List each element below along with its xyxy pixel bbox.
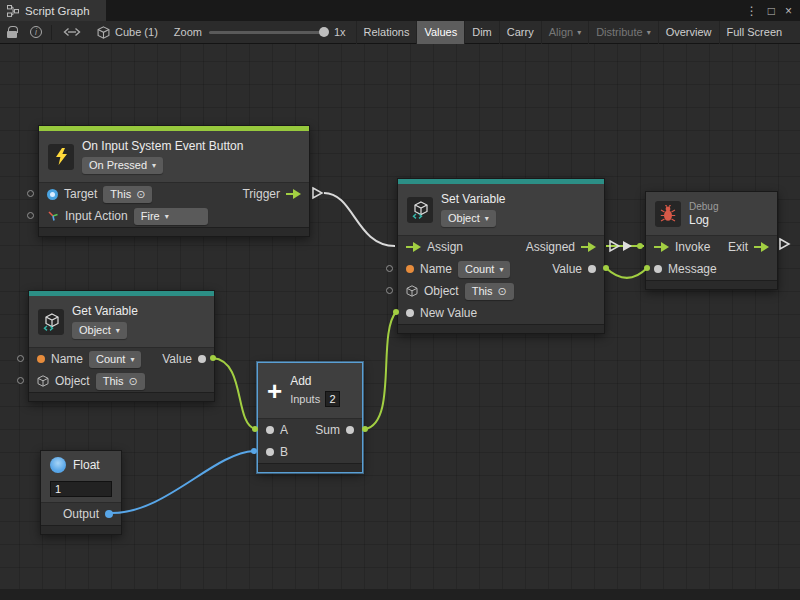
float-node-header[interactable]: Float xyxy=(41,451,121,479)
object-picker[interactable]: This xyxy=(465,283,514,300)
object-picker[interactable]: This xyxy=(96,373,145,390)
message-row: Message xyxy=(646,258,777,280)
event-target-row: Target This Trigger xyxy=(39,183,309,205)
get-variable-header[interactable]: Get Variable Object xyxy=(29,296,214,348)
set-object-row: Object This xyxy=(398,280,604,302)
add-node[interactable]: Add Inputs 2 A Sum B xyxy=(257,362,363,473)
float-icon xyxy=(50,457,66,473)
invoke-row: Invoke Exit xyxy=(646,236,777,258)
float-value-field[interactable]: 1 xyxy=(50,481,112,497)
script-graph-window: Script Graph ⋮ □ × Cube (1) Zoom xyxy=(0,0,800,600)
distribute-button[interactable]: Distribute xyxy=(588,21,657,44)
variable-name-dropdown[interactable]: Count xyxy=(89,351,141,368)
close-icon[interactable]: × xyxy=(785,4,792,18)
float-value-row: 1 xyxy=(41,479,121,503)
add-node-footer xyxy=(258,463,362,472)
object-label: Object xyxy=(55,374,90,388)
exit-label: Exit xyxy=(728,240,748,254)
info-icon[interactable] xyxy=(24,21,48,44)
float-output-port[interactable] xyxy=(105,510,113,518)
a-input-port[interactable] xyxy=(266,426,274,434)
assigned-output-port[interactable] xyxy=(581,242,596,252)
trigger-output-port[interactable] xyxy=(286,189,301,199)
toolbar-separator xyxy=(51,25,52,40)
name-input-port[interactable] xyxy=(406,265,414,273)
get-variable-node[interactable]: Get Variable Object Name Count Value Obj… xyxy=(28,290,215,402)
name-label: Name xyxy=(51,352,83,366)
set-variable-node[interactable]: Set Variable Object Assign Assigned Name… xyxy=(397,178,605,334)
lightning-bolt-icon xyxy=(48,144,74,170)
add-b-row: B xyxy=(258,441,362,463)
get-object-row: Object This xyxy=(29,370,214,392)
relations-button[interactable]: Relations xyxy=(356,21,417,44)
game-object-icon xyxy=(47,189,58,200)
float-node-footer xyxy=(41,525,121,534)
input-action-dropdown[interactable]: Fire xyxy=(134,208,208,225)
debug-log-node[interactable]: Debug Log Invoke Exit Message xyxy=(645,191,778,290)
get-variable-scope-dropdown[interactable]: Object xyxy=(72,322,127,339)
inputs-count-field[interactable]: 2 xyxy=(325,391,340,407)
set-name-ext-port[interactable] xyxy=(386,265,393,272)
expand-range-icon[interactable] xyxy=(55,21,89,44)
event-node-header[interactable]: On Input System Event Button On Pressed xyxy=(39,131,309,183)
new-value-row: New Value xyxy=(398,302,604,324)
target-input-port[interactable] xyxy=(27,190,34,197)
tab-script-graph[interactable]: Script Graph xyxy=(0,0,106,21)
carry-button[interactable]: Carry xyxy=(499,21,541,44)
value-output-port[interactable] xyxy=(198,355,206,363)
target-object-picker[interactable]: This xyxy=(103,186,152,203)
get-variable-title: Get Variable xyxy=(72,304,138,318)
kebab-menu-icon[interactable]: ⋮ xyxy=(746,4,758,18)
assign-row: Assign Assigned xyxy=(398,236,604,258)
set-variable-scope-dropdown[interactable]: Object xyxy=(441,210,496,227)
target-label: Target xyxy=(64,187,97,201)
event-node-title: On Input System Event Button xyxy=(82,139,243,153)
exit-output-port[interactable] xyxy=(754,242,769,252)
value-output-port[interactable] xyxy=(588,265,596,273)
graph-toolbar: Cube (1) Zoom 1x Relations Values Dim Ca… xyxy=(0,21,800,44)
assign-input-port[interactable] xyxy=(406,242,421,252)
name-input-port[interactable] xyxy=(37,355,45,363)
message-label: Message xyxy=(668,262,717,276)
variable-cube-icon xyxy=(407,197,433,223)
graph-context[interactable]: Cube (1) xyxy=(89,26,166,39)
value-label: Value xyxy=(552,262,582,276)
message-input-port[interactable] xyxy=(654,265,662,273)
float-output-row: Output xyxy=(41,503,121,525)
variable-cube-icon xyxy=(38,309,64,335)
context-label: Cube (1) xyxy=(115,26,158,38)
set-variable-header[interactable]: Set Variable Object xyxy=(398,184,604,236)
event-action-row: Input Action Fire xyxy=(39,205,309,227)
event-node[interactable]: On Input System Event Button On Pressed … xyxy=(38,125,310,237)
assigned-label: Assigned xyxy=(526,240,575,254)
float-node[interactable]: Float 1 Output xyxy=(40,450,122,535)
object-cube-icon xyxy=(406,285,418,297)
b-input-port[interactable] xyxy=(266,448,274,456)
dim-button[interactable]: Dim xyxy=(464,21,499,44)
debug-log-header[interactable]: Debug Log xyxy=(646,192,777,236)
lock-icon[interactable] xyxy=(0,21,24,44)
new-value-input-port[interactable] xyxy=(406,309,414,317)
sum-output-port[interactable] xyxy=(346,426,354,434)
maximize-icon[interactable]: □ xyxy=(768,4,775,18)
add-node-header[interactable]: Add Inputs 2 xyxy=(258,363,362,419)
set-object-ext-port[interactable] xyxy=(386,287,393,294)
input-action-label: Input Action xyxy=(65,209,128,223)
object-label: Object xyxy=(424,284,459,298)
invoke-input-port[interactable] xyxy=(654,242,669,252)
zoom-slider-knob[interactable] xyxy=(319,27,329,37)
plus-icon xyxy=(267,380,282,402)
overview-button[interactable]: Overview xyxy=(658,21,719,44)
variable-name-dropdown[interactable]: Count xyxy=(458,261,510,278)
set-variable-title: Set Variable xyxy=(441,192,505,206)
zoom-slider[interactable] xyxy=(209,31,327,34)
get-name-ext-port[interactable] xyxy=(17,355,24,362)
get-object-ext-port[interactable] xyxy=(17,377,24,384)
event-mode-dropdown[interactable]: On Pressed xyxy=(82,157,163,174)
align-button[interactable]: Align xyxy=(541,21,588,44)
event-node-footer xyxy=(39,227,309,236)
input-action-input-port[interactable] xyxy=(27,212,34,219)
values-button[interactable]: Values xyxy=(416,21,464,44)
full-screen-button[interactable]: Full Screen xyxy=(719,21,790,44)
float-node-title: Float xyxy=(73,458,100,472)
